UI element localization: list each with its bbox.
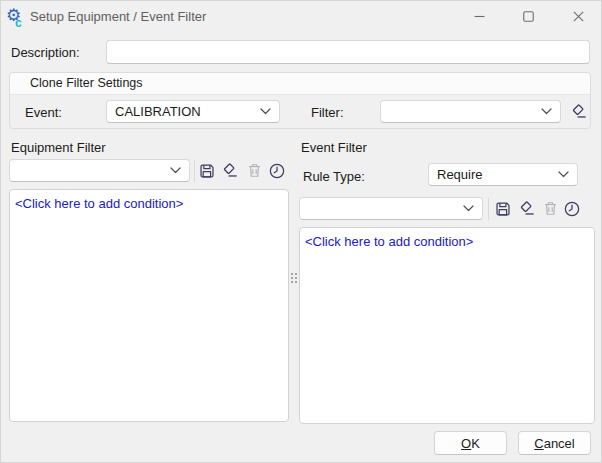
equipment-filter-title: Equipment Filter (11, 140, 106, 155)
filter-dropdown[interactable] (380, 100, 561, 123)
event-clear-button[interactable] (515, 197, 537, 220)
equipment-preset-dropdown[interactable] (9, 159, 190, 182)
window-title: Setup Equipment / Event Filter (30, 1, 206, 33)
equipment-add-condition-link[interactable]: <Click here to add condition> (15, 196, 183, 211)
save-icon (494, 200, 512, 218)
clock-icon (268, 162, 286, 180)
close-button[interactable] (556, 1, 600, 32)
title-bar[interactable]: ⚙ c Setup Equipment / Event Filter (1, 1, 601, 33)
clone-filter-settings-title: Clone Filter Settings (10, 73, 590, 95)
event-label: Event: (25, 105, 62, 120)
toolbar-separator (194, 160, 195, 182)
chevron-down-icon (260, 108, 271, 115)
splitter-grip[interactable] (291, 273, 297, 283)
description-label: Description: (11, 45, 80, 60)
maximize-button[interactable] (506, 1, 550, 32)
setup-equipment-event-filter-dialog: ⚙ c Setup Equipment / Event Filter Descr… (0, 0, 602, 463)
equipment-clear-button[interactable] (218, 159, 240, 182)
minimize-icon (474, 11, 485, 22)
maximize-icon (523, 11, 534, 22)
rule-type-dropdown[interactable]: Require (428, 163, 578, 186)
app-icon: ⚙ c (6, 6, 26, 26)
equipment-history-button[interactable] (266, 159, 288, 182)
save-icon (198, 162, 216, 180)
trash-icon (542, 200, 559, 217)
event-filter-title: Event Filter (301, 140, 367, 155)
event-delete-button[interactable] (539, 197, 561, 220)
toolbar-separator (488, 198, 489, 220)
clock-icon (563, 200, 581, 218)
event-history-button[interactable] (561, 197, 583, 220)
equipment-delete-button[interactable] (243, 159, 265, 182)
equipment-save-button[interactable] (196, 159, 218, 182)
cancel-button[interactable]: Cancel (518, 431, 591, 455)
close-icon (573, 11, 584, 22)
c-logo-icon: c (15, 13, 22, 33)
eraser-icon (220, 161, 239, 180)
chevron-down-icon (463, 205, 474, 212)
clear-filter-button[interactable] (567, 100, 589, 123)
event-preset-dropdown[interactable] (299, 197, 483, 220)
event-add-condition-link[interactable]: <Click here to add condition> (305, 234, 473, 249)
event-dropdown-value: CALIBRATION (115, 104, 260, 119)
chevron-down-icon (541, 108, 552, 115)
minimize-button[interactable] (457, 1, 501, 32)
filter-label: Filter: (311, 105, 344, 120)
rule-type-value: Require (437, 167, 558, 182)
eraser-icon (517, 199, 536, 218)
event-dropdown[interactable]: CALIBRATION (106, 100, 280, 123)
description-input[interactable] (106, 40, 590, 64)
event-condition-panel[interactable] (299, 227, 595, 424)
eraser-icon (569, 102, 588, 121)
rule-type-label: Rule Type: (303, 169, 365, 184)
chevron-down-icon (170, 167, 181, 174)
ok-button[interactable]: OK (434, 431, 507, 455)
equipment-condition-panel[interactable] (9, 189, 289, 422)
trash-icon (246, 162, 263, 179)
chevron-down-icon (558, 171, 569, 178)
event-save-button[interactable] (492, 197, 514, 220)
